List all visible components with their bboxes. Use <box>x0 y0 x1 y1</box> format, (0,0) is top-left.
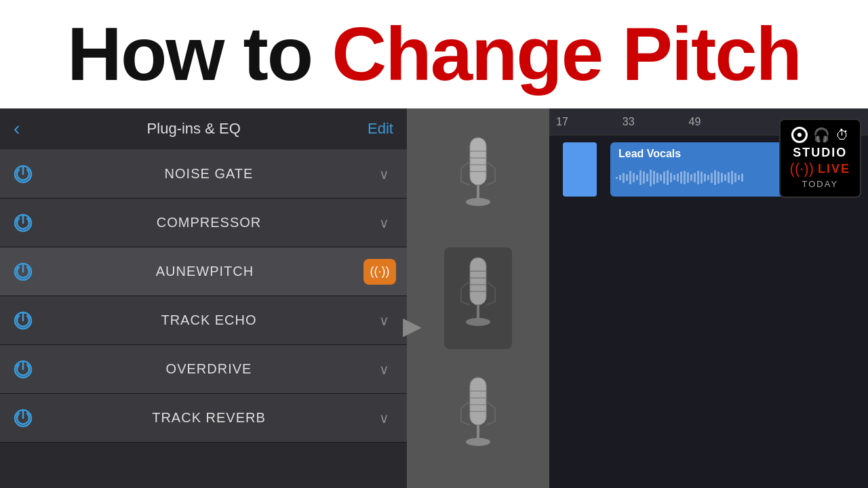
today-label: TODAY <box>802 179 838 189</box>
svg-line-17 <box>461 182 470 185</box>
waveform-bar <box>734 173 736 182</box>
waveform-bar <box>636 175 638 180</box>
radio-wave-icon: ((·)) <box>370 264 390 279</box>
waveform-bar <box>711 173 713 183</box>
power-icon-overdrive <box>11 357 35 382</box>
svg-point-12 <box>466 198 490 206</box>
mic-mid <box>444 247 512 349</box>
waveform-bar <box>707 175 709 180</box>
panel-header: ‹ Plug-ins & EQ Edit <box>0 108 407 150</box>
title-bar: How to Change Pitch <box>0 0 868 108</box>
svg-rect-19 <box>470 258 486 305</box>
power-icon-aunewpitch <box>11 260 35 284</box>
waveform-bar <box>704 174 706 182</box>
waveform-bar <box>731 171 733 184</box>
svg-line-39 <box>461 401 470 408</box>
plugin-name-aunewpitch: AUNEWPITCH <box>46 264 363 279</box>
svg-rect-32 <box>470 378 486 425</box>
headphones-icon: 🎧 <box>813 127 830 143</box>
power-icon-noise-gate <box>11 162 35 186</box>
record-icon <box>791 127 808 143</box>
title-part1: How to <box>67 12 332 96</box>
mic-area <box>407 108 549 488</box>
waveform-bar <box>643 171 645 184</box>
plugin-row-compressor[interactable]: COMPRESSOR ∨ <box>0 199 407 247</box>
live-text-row: ((·)) LIVE <box>790 160 850 178</box>
clip-label: Lead Vocals <box>618 148 681 159</box>
recording-clip <box>563 142 597 197</box>
chevron-icon-compressor: ∨ <box>372 215 396 231</box>
waveform-bar <box>728 172 730 183</box>
power-icon-track-reverb <box>11 406 35 430</box>
edit-button[interactable]: Edit <box>368 120 393 138</box>
radio-icon: ((·)) <box>790 160 814 178</box>
plugin-name-overdrive: OVERDRIVE <box>46 361 372 377</box>
svg-line-18 <box>486 182 495 185</box>
svg-rect-6 <box>470 138 486 185</box>
waveform-bar <box>626 174 628 181</box>
waveform-bar <box>667 170 669 185</box>
mic-bottom <box>451 374 505 462</box>
waveform-bar <box>629 171 631 184</box>
plugin-row-noise-gate[interactable]: NOISE GATE ∨ <box>0 150 407 199</box>
studio-label: STUDIO <box>793 146 847 159</box>
plugin-row-track-echo[interactable]: TRACK ECHO ∨ <box>0 296 407 345</box>
chevron-icon-overdrive: ∨ <box>372 361 396 378</box>
plugin-name-noise-gate: NOISE GATE <box>46 166 372 182</box>
timeline-marker-49: 49 <box>689 116 701 128</box>
svg-line-40 <box>486 401 495 408</box>
back-button[interactable]: ‹ <box>14 118 20 140</box>
waveform-bar <box>616 177 618 179</box>
waveform-bar <box>656 173 658 183</box>
plugin-list: NOISE GATE ∨ COMPRESSOR ∨ <box>0 150 407 443</box>
waveform-bar <box>690 174 692 181</box>
plugin-name-compressor: COMPRESSOR <box>46 215 372 230</box>
panel-title: Plug-ins & EQ <box>147 120 241 138</box>
arrow-indicator: ▶ <box>403 312 422 340</box>
svg-line-43 <box>461 422 470 425</box>
waveform-bar <box>684 171 686 184</box>
waveform-bar <box>701 171 703 184</box>
waveform-bar <box>694 173 696 182</box>
timeline-marker-33: 33 <box>623 116 635 128</box>
active-badge-aunewpitch: ((·)) <box>363 259 396 285</box>
studio-text: STUDIO <box>790 146 850 160</box>
svg-point-25 <box>466 318 490 326</box>
plugin-row-aunewpitch[interactable]: AUNEWPITCH ((·)) <box>0 247 407 296</box>
waveform-bar <box>639 170 642 185</box>
waveform-bar <box>646 174 648 182</box>
waveform-bar <box>673 175 675 180</box>
plugin-row-track-reverb[interactable]: TRACK REVERB ∨ <box>0 394 407 443</box>
waveform-bar <box>680 171 682 184</box>
waveform-bar <box>670 173 672 182</box>
waveform-bar <box>697 171 699 184</box>
waveform-bar <box>619 175 621 180</box>
chevron-icon-track-reverb: ∨ <box>372 410 396 426</box>
clock-icon: ⏱ <box>835 127 849 143</box>
studio-logo: 🎧 ⏱ STUDIO ((·)) LIVE TODAY <box>779 119 861 198</box>
svg-line-27 <box>486 281 495 288</box>
svg-line-30 <box>461 302 470 305</box>
svg-point-38 <box>466 438 490 446</box>
today-text: TODAY <box>790 178 850 190</box>
chevron-icon-track-echo: ∨ <box>372 312 396 329</box>
waveform-bar <box>633 173 635 182</box>
logo-icons-row: 🎧 ⏱ <box>790 127 850 143</box>
waveform-bar <box>721 173 723 182</box>
plugin-name-track-reverb: TRACK REVERB <box>46 410 372 426</box>
svg-line-31 <box>486 302 495 305</box>
power-icon-compressor <box>11 211 35 235</box>
waveform-bar <box>650 169 652 186</box>
waveform-bar <box>741 174 743 182</box>
title-part2: Change Pitch <box>332 12 801 96</box>
live-label: LIVE <box>818 162 850 176</box>
chevron-icon-noise-gate: ∨ <box>372 166 396 182</box>
plugin-name-track-echo: TRACK ECHO <box>46 312 372 328</box>
plugin-row-overdrive[interactable]: OVERDRIVE ∨ <box>0 345 407 394</box>
waveform-bar <box>738 175 740 180</box>
waveform-bar <box>687 172 689 183</box>
waveform-bar <box>660 174 662 181</box>
svg-line-13 <box>461 161 470 168</box>
waveform-bar <box>714 170 716 185</box>
svg-line-26 <box>461 281 470 288</box>
